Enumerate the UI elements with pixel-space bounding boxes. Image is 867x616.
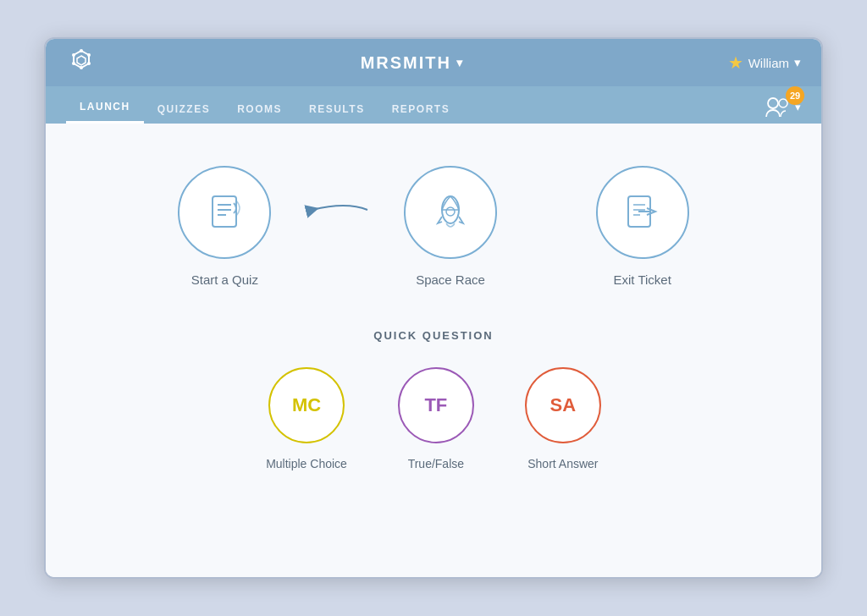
true-false-item[interactable]: TF True/False bbox=[398, 367, 474, 470]
top-bar: MRSMITH ▾ ★ William ▾ bbox=[46, 39, 821, 86]
space-race-circle[interactable] bbox=[404, 166, 497, 259]
arrow-icon bbox=[304, 197, 372, 223]
notification-badge: 29 bbox=[786, 86, 804, 105]
sa-abbr: SA bbox=[550, 394, 577, 416]
user-name: William bbox=[748, 56, 789, 70]
nav-bar: LAUNCH QUIZZES ROOMS RESULTS REPORTS 29 … bbox=[46, 86, 821, 124]
user-chevron: ▾ bbox=[794, 55, 801, 70]
star-icon: ★ bbox=[728, 52, 743, 73]
app-title[interactable]: MRSMITH ▾ bbox=[361, 53, 464, 73]
start-quiz-circle[interactable] bbox=[178, 166, 271, 259]
exit-ticket-label: Exit Ticket bbox=[614, 272, 671, 287]
quick-question-title: QUICK QUESTION bbox=[373, 329, 493, 342]
nav-item-results[interactable]: RESULTS bbox=[295, 95, 378, 124]
svg-point-2 bbox=[80, 49, 83, 52]
exit-ticket-circle[interactable] bbox=[596, 166, 689, 259]
nav-item-reports[interactable]: REPORTS bbox=[378, 95, 464, 124]
rocket-icon bbox=[428, 190, 473, 235]
svg-point-7 bbox=[72, 53, 75, 57]
exit-icon bbox=[620, 190, 665, 235]
svg-point-6 bbox=[72, 62, 75, 65]
tf-label: True/False bbox=[408, 457, 464, 470]
mc-label: Multiple Choice bbox=[266, 457, 347, 470]
tf-circle[interactable]: TF bbox=[398, 367, 474, 443]
tf-abbr: TF bbox=[424, 394, 447, 416]
user-menu[interactable]: ★ William ▾ bbox=[728, 52, 801, 73]
logo-icon[interactable] bbox=[66, 47, 97, 78]
nav-item-quizzes[interactable]: QUIZZES bbox=[144, 95, 224, 124]
svg-point-8 bbox=[768, 98, 778, 108]
space-race-label: Space Race bbox=[416, 272, 485, 287]
mc-abbr: MC bbox=[292, 394, 321, 416]
svg-point-3 bbox=[87, 53, 91, 57]
start-quiz-label: Start a Quiz bbox=[191, 272, 258, 287]
nav-item-rooms[interactable]: ROOMS bbox=[224, 95, 295, 124]
quick-question-section: QUICK QUESTION MC Multiple Choice TF Tru… bbox=[80, 329, 787, 470]
svg-rect-10 bbox=[213, 196, 236, 227]
nav-item-launch[interactable]: LAUNCH bbox=[66, 92, 144, 124]
multiple-choice-item[interactable]: MC Multiple Choice bbox=[266, 367, 347, 470]
notification-area[interactable]: 29 ▾ bbox=[765, 95, 801, 118]
qq-row: MC Multiple Choice TF True/False SA bbox=[266, 367, 601, 470]
title-text: MRSMITH bbox=[361, 53, 451, 73]
svg-marker-1 bbox=[77, 56, 86, 65]
title-chevron: ▾ bbox=[456, 56, 464, 69]
svg-point-5 bbox=[80, 66, 83, 69]
sa-circle[interactable]: SA bbox=[525, 367, 601, 443]
svg-point-15 bbox=[446, 207, 455, 216]
start-quiz-item[interactable]: Start a Quiz bbox=[146, 166, 304, 287]
quiz-icon bbox=[202, 190, 247, 235]
app-window: MRSMITH ▾ ★ William ▾ LAUNCH QUIZZES ROO… bbox=[44, 37, 823, 579]
people-icon-wrap[interactable]: 29 ▾ bbox=[765, 95, 801, 118]
arrow-connector bbox=[304, 197, 372, 223]
exit-ticket-item[interactable]: Exit Ticket bbox=[563, 166, 721, 287]
mc-circle[interactable]: MC bbox=[268, 367, 345, 443]
short-answer-item[interactable]: SA Short Answer bbox=[525, 367, 601, 470]
space-race-item[interactable]: Space Race bbox=[372, 166, 530, 287]
main-content: Start a Quiz bbox=[46, 124, 821, 577]
sa-label: Short Answer bbox=[527, 457, 598, 470]
svg-point-4 bbox=[87, 62, 91, 65]
action-row: Start a Quiz bbox=[146, 166, 721, 287]
